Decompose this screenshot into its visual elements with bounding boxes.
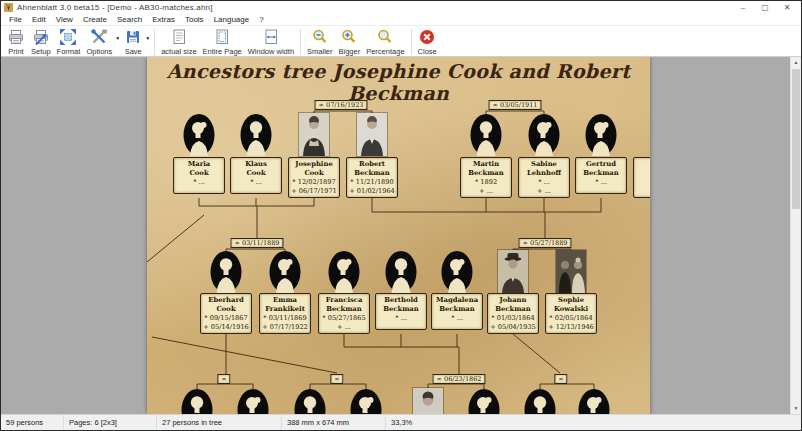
toolbar-button-smaller[interactable]: Smaller [304, 27, 335, 57]
person-card: SabineLehnhoff* ...+ ... [518, 157, 570, 198]
person-date: + ... [320, 323, 368, 332]
person-card: KlausCook* ... [230, 157, 282, 194]
person-card: SophieKowalski* 02/05/1864+ 12/13/1946 [545, 293, 597, 334]
portrait-photo [498, 250, 528, 293]
toolbar-button-setup[interactable]: Setup [28, 27, 54, 57]
toolbar-button-percentage[interactable]: Percentage [363, 27, 407, 57]
male-silhouette-icon [384, 250, 418, 294]
toolbar-button-entire-page[interactable]: Entire Page [200, 27, 245, 57]
person-name: Berthold [377, 296, 425, 305]
toolbar: PrintSetupFormatOptions▼Save▼actual size… [1, 25, 801, 57]
toolbar-button-label: Percentage [366, 47, 404, 56]
toolbar-separator [300, 29, 301, 55]
toolbar-button-label: Format [57, 47, 81, 56]
person-name: Cook [175, 169, 223, 178]
close-button[interactable]: ✕ [776, 1, 798, 14]
portrait-photo [413, 388, 443, 414]
menu-item-language[interactable]: Language [209, 14, 255, 25]
toolbar-button-actual-size[interactable]: actual size [158, 27, 199, 57]
toolbar-button-bigger[interactable]: Bigger [336, 27, 364, 57]
toolbar-button-save[interactable]: Save [121, 27, 145, 57]
person-date: * 02/05/1864 [547, 314, 595, 323]
person-date: * ... [377, 314, 425, 323]
female-silhouette-icon [327, 250, 361, 294]
male-silhouette-icon [469, 113, 503, 157]
person-date: * ... [175, 178, 223, 187]
toolbar-button-options[interactable]: Options [83, 27, 115, 57]
dropdown-arrow-icon[interactable]: ▼ [115, 35, 120, 41]
toolbar-button-format[interactable]: Format [54, 27, 84, 57]
person-name: Maria [175, 160, 223, 169]
toolbar-button-label: Entire Page [203, 47, 242, 56]
vertical-scrollbar[interactable]: ▲ ▼ [790, 57, 801, 414]
person-name: Johann [489, 296, 537, 305]
preview-viewport: Ancestors tree Josephine Cook and Robert… [1, 57, 801, 414]
menu-item-tools[interactable]: Tools [180, 14, 209, 25]
minimize-button[interactable]: – [732, 1, 754, 14]
person-card: FranciscaBeckman* 05/27/1865+ ... [318, 293, 370, 334]
person-name: Gertrud [577, 160, 625, 169]
partial-person-box [633, 157, 650, 198]
window-title: Ahnenblatt 3.0 beta15 - [Demo - AB30-mat… [17, 3, 213, 12]
scroll-up-icon[interactable]: ▲ [791, 57, 801, 68]
menu-item-help[interactable]: ? [254, 14, 268, 25]
toolbar-button-close[interactable]: Close [415, 27, 440, 57]
person-date: * 09/15/1867 [202, 314, 250, 323]
toolbar-button-label: Setup [31, 47, 51, 56]
tree-connector-lines [147, 57, 650, 414]
female-silhouette-icon [527, 113, 561, 157]
save-icon [124, 28, 142, 46]
toolbar-button-print[interactable]: Print [4, 27, 28, 57]
status-field-0: 59 persons [1, 415, 64, 430]
female-silhouette-icon [236, 388, 270, 414]
status-field-1: Pages: 6 [2x3] [64, 415, 157, 430]
close-preview-icon [418, 28, 436, 46]
portrait-photo [299, 113, 329, 156]
person-name: Magdalena [433, 296, 481, 305]
maximize-button[interactable]: ▢ [754, 1, 776, 14]
toolbar-button-window-width[interactable]: Window width [245, 27, 297, 57]
menu-item-extras[interactable]: Extras [147, 14, 180, 25]
female-silhouette-icon [440, 250, 474, 294]
person-card: EberhardCook* 09/15/1867+ 05/14/1916 [200, 293, 252, 334]
person-card: EmmaFrankikeit* 03/11/1869+ 07/17/1922 [259, 293, 311, 334]
dropdown-arrow-icon[interactable]: ▼ [145, 35, 150, 41]
app-window: Ahnenblatt 3.0 beta15 - [Demo - AB30-mat… [0, 0, 802, 431]
person-date: * 05/27/1865 [320, 314, 368, 323]
person-name: Beckman [320, 305, 368, 314]
status-field-2: 27 persons in tree [157, 415, 282, 430]
menu-item-create[interactable]: Create [78, 14, 112, 25]
person-card: MariaCook* ... [173, 157, 225, 194]
zoom-percentage-icon [376, 28, 394, 46]
portrait-photo [556, 250, 586, 293]
actual-size-icon [170, 28, 188, 46]
toolbar-button-label: Options [86, 47, 112, 56]
menu-item-view[interactable]: View [51, 14, 78, 25]
female-silhouette-icon [182, 113, 216, 157]
person-date: + ... [520, 187, 568, 196]
toolbar-button-label: Window width [248, 47, 294, 56]
toolbar-button-label: Bigger [339, 47, 361, 56]
person-date: * 12/02/1897 [290, 178, 338, 187]
person-date: * ... [520, 178, 568, 187]
menu-item-search[interactable]: Search [112, 14, 147, 25]
person-name: Eberhard [202, 296, 250, 305]
toolbar-button-label: actual size [161, 47, 196, 56]
person-date: * ... [433, 314, 481, 323]
scrollbar-thumb[interactable] [792, 69, 800, 209]
marriage-label: ∞ 05/27/1889 [519, 238, 572, 248]
zoom-out-icon [311, 28, 329, 46]
person-date: + 01/02/1964 [348, 187, 396, 196]
marriage-label: ∞ 06/23/1862 [433, 374, 486, 384]
printer-icon [7, 28, 25, 46]
person-name: Beckman [348, 169, 396, 178]
menu-item-file[interactable]: File [4, 14, 27, 25]
person-date: * ... [577, 178, 625, 187]
tree-page: Ancestors tree Josephine Cook and Robert… [147, 57, 650, 414]
tree-title: Ancestors tree Josephine Cook and Robert… [147, 60, 650, 104]
scroll-down-icon[interactable]: ▼ [791, 403, 801, 414]
marriage-label: ∞ [217, 374, 230, 384]
menu-item-edit[interactable]: Edit [27, 14, 51, 25]
zoom-in-icon [340, 28, 358, 46]
person-date: + 07/17/1922 [261, 323, 309, 332]
